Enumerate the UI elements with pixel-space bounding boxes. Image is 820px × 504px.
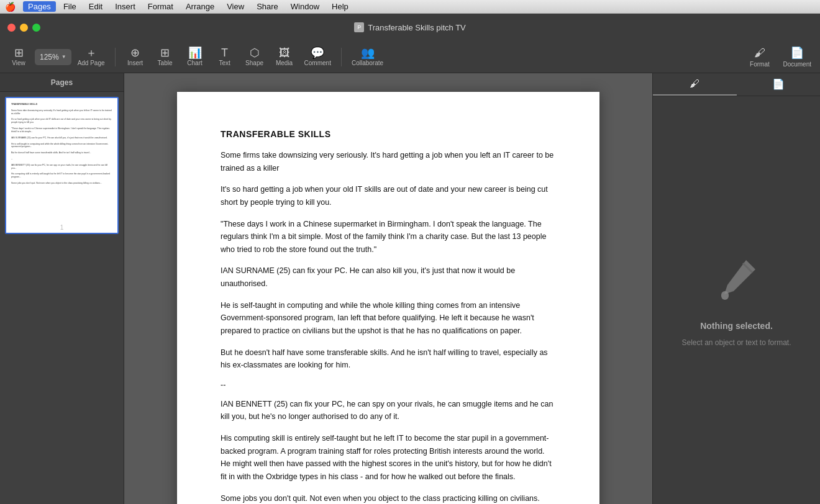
- nothing-selected-subtitle: Select an object or text to format.: [681, 338, 791, 347]
- zoom-control[interactable]: 125% ▼: [35, 49, 71, 65]
- paragraph-5: But he doesn't half have some transferab…: [221, 346, 556, 372]
- menu-pages[interactable]: Pages: [23, 1, 56, 12]
- sidebar-header-title: Pages: [51, 78, 73, 87]
- view-button[interactable]: ⊞ View: [5, 43, 32, 71]
- document-tab-icon: 📄: [772, 78, 785, 90]
- menu-window[interactable]: Window: [286, 1, 324, 12]
- nothing-selected-title: Nothing selected.: [700, 321, 773, 331]
- sidebar: Pages TRANSFERABLE SKILLS Some firms tak…: [0, 73, 124, 504]
- right-panel: 🖌 📄 Nothing selected. Select an object o…: [652, 73, 820, 504]
- maximize-button[interactable]: [32, 24, 40, 32]
- comment-label: Comment: [304, 60, 331, 66]
- menu-file[interactable]: File: [58, 1, 81, 12]
- add-page-label: Add Page: [78, 60, 105, 66]
- main-area: Pages TRANSFERABLE SKILLS Some firms tak…: [0, 73, 820, 504]
- media-button[interactable]: 🖼 Media: [271, 43, 298, 71]
- thumbnail-content: TRANSFERABLE SKILLS Some firms take down…: [6, 98, 117, 222]
- collaborate-button[interactable]: 👥 Collaborate: [348, 43, 387, 71]
- media-label: Media: [276, 60, 293, 66]
- format-panel-button[interactable]: 🖌 Format: [742, 43, 777, 71]
- shape-button[interactable]: ⬡ Shape: [241, 43, 268, 71]
- document-panel-button[interactable]: 📄 Document: [779, 43, 815, 71]
- paragraph-7: IAN BENNETT (25) can fix your PC, he can…: [221, 398, 556, 423]
- tab-document[interactable]: 📄: [737, 73, 821, 96]
- document-page: TRANSFERABLE SKILLS Some firms take down…: [177, 92, 599, 504]
- comment-icon: 💬: [311, 47, 324, 58]
- zoom-arrow-icon: ▼: [62, 54, 66, 60]
- page-number: 1: [6, 222, 117, 233]
- menu-insert[interactable]: Insert: [110, 1, 140, 12]
- chart-button[interactable]: 📊 Chart: [181, 43, 209, 71]
- document-title: TRANSFERABLE SKILLS: [221, 129, 556, 139]
- format-panel-label: Format: [750, 61, 770, 68]
- menu-view[interactable]: View: [222, 1, 249, 12]
- toolbar-left: ⊞ View 125% ▼ ＋ Add Page: [5, 43, 109, 71]
- paragraph-9: Some jobs you don't quit. Not even when …: [221, 492, 556, 505]
- view-icon: ⊞: [14, 47, 24, 58]
- paragraph-0: Some firms take downsizing very seriousl…: [221, 149, 556, 174]
- comment-button[interactable]: 💬 Comment: [301, 43, 335, 71]
- menu-share[interactable]: Share: [252, 1, 283, 12]
- window-title-container: P Transferable Skills pitch TV: [354, 22, 466, 32]
- app-icon: P: [354, 22, 364, 32]
- add-page-icon: ＋: [86, 47, 97, 58]
- format-tab-icon: 🖌: [690, 78, 699, 89]
- toolbar-separator-2: [341, 48, 342, 66]
- tab-format[interactable]: 🖌: [653, 73, 737, 96]
- toolbar-right: 🖌 Format 📄 Document: [742, 43, 815, 71]
- apple-menu-icon[interactable]: 🍎: [5, 2, 16, 12]
- table-label: Table: [158, 60, 173, 66]
- insert-icon: ⊕: [130, 47, 140, 58]
- paragraph-1: It's so hard getting a job when your old…: [221, 183, 556, 209]
- window-controls: [7, 24, 40, 32]
- menubar: 🍎 Pages File Edit Insert Format Arrange …: [0, 0, 820, 14]
- shape-label: Shape: [245, 60, 263, 66]
- close-button[interactable]: [7, 24, 16, 32]
- table-icon: ⊞: [160, 47, 170, 58]
- insert-button[interactable]: ⊕ Insert: [122, 43, 149, 71]
- menu-help[interactable]: Help: [327, 1, 353, 12]
- view-label: View: [12, 60, 25, 66]
- window-title: Transferable Skills pitch TV: [368, 23, 466, 32]
- toolbar-separator-1: [115, 48, 116, 66]
- paint-brush-icon: [712, 254, 762, 313]
- nothing-selected-panel: Nothing selected. Select an object or te…: [653, 96, 820, 504]
- sidebar-header: Pages: [0, 73, 124, 92]
- zoom-value: 125%: [40, 53, 59, 61]
- paragraph-3: IAN SURNAME (25) can fix your PC. He can…: [221, 264, 556, 290]
- menu-format[interactable]: Format: [143, 1, 178, 12]
- document-panel-label: Document: [783, 61, 811, 68]
- paragraph-4: He is self-taught in computing and while…: [221, 299, 556, 338]
- menu-edit[interactable]: Edit: [84, 1, 107, 12]
- chart-label: Chart: [187, 60, 202, 66]
- toolbar: ⊞ View 125% ▼ ＋ Add Page ⊕ Insert ⊞ Tabl…: [0, 41, 820, 73]
- format-panel-icon: 🖌: [754, 47, 765, 60]
- document-panel-icon: 📄: [790, 46, 804, 60]
- collaborate-icon: 👥: [361, 47, 375, 58]
- page-thumbnail-1[interactable]: TRANSFERABLE SKILLS Some firms take down…: [5, 97, 119, 234]
- text-label: Text: [219, 60, 230, 66]
- menu-arrange[interactable]: Arrange: [181, 1, 219, 12]
- shape-icon: ⬡: [250, 47, 260, 58]
- add-page-button[interactable]: ＋ Add Page: [74, 43, 109, 71]
- paragraph-8: His computing skill is entirely self-tau…: [221, 432, 556, 484]
- divider-1: --: [221, 380, 556, 389]
- canvas-area[interactable]: TRANSFERABLE SKILLS Some firms take down…: [124, 73, 652, 504]
- collaborate-label: Collaborate: [352, 60, 383, 66]
- insert-label: Insert: [127, 60, 143, 66]
- right-panel-tabs: 🖌 📄: [653, 73, 820, 96]
- text-button[interactable]: T Text: [211, 43, 239, 71]
- media-icon: 🖼: [279, 47, 290, 58]
- titlebar: P Transferable Skills pitch TV: [0, 14, 820, 41]
- table-button[interactable]: ⊞ Table: [152, 43, 179, 71]
- chart-icon: 📊: [188, 47, 202, 58]
- svg-rect-0: [721, 291, 729, 300]
- minimize-button[interactable]: [20, 24, 28, 32]
- text-icon: T: [221, 47, 228, 58]
- paragraph-2: "These days I work in a Chinese supermar…: [221, 218, 556, 256]
